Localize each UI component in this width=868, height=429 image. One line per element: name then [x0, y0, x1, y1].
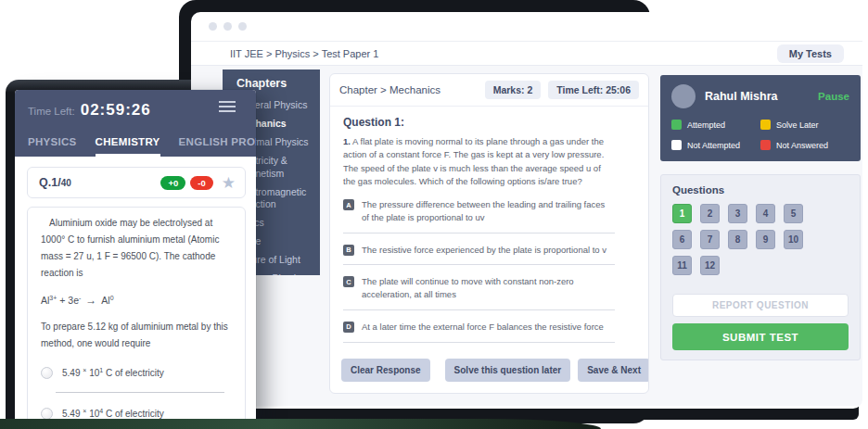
question-cell-12[interactable]: 12 — [700, 256, 720, 275]
questions-panel: Questions 1 2 3 4 5 6 7 8 9 10 11 12 REP… — [660, 174, 861, 360]
option-letter-badge: A — [343, 199, 354, 210]
bookmark-star-icon[interactable]: ★ — [222, 175, 236, 191]
marking-badges: +0 -0 — [160, 176, 212, 190]
status-legend: Attempted Solve Later Not Attempted Not … — [671, 120, 849, 150]
question-cell-9[interactable]: 9 — [756, 230, 775, 249]
submit-test-button[interactable]: SUBMIT TEST — [672, 323, 849, 350]
question-cell-11[interactable]: 11 — [672, 256, 692, 275]
divider — [343, 233, 615, 233]
mobile-option-1[interactable]: 5.49 × 101 C of electricity — [41, 367, 234, 379]
legend-label: Not Answered — [776, 141, 828, 150]
answer-option-b: B The resistive force experienced by the… — [343, 244, 615, 266]
legend-not-attempted: Not Attempted — [671, 140, 760, 150]
save-next-button[interactable]: Save & Next — [578, 359, 649, 382]
mobile-header: Time Left: 02:59:26 PHYSICS CHEMISTRY EN… — [15, 90, 256, 157]
browser-content: Chapters General Physics Mechanics Therm… — [191, 66, 862, 406]
chapter-breadcrumb: Chapter > Mechanics — [339, 84, 478, 95]
breadcrumb-bar: IIT JEE > Physics > Test Paper 1 My Test… — [191, 42, 862, 66]
option-letter-badge: C — [343, 276, 354, 287]
option-text: At a later time the external force F bal… — [362, 321, 604, 334]
user-name: Rahul Mishra — [705, 90, 778, 103]
tab-english-proficiency[interactable]: ENGLISH PROFICIENCY — [179, 136, 256, 157]
question-footer: Clear Response Solve this question later… — [330, 349, 648, 393]
legend-label: Not Attempted — [687, 141, 740, 150]
legend-swatch-white — [671, 140, 682, 150]
divider — [343, 264, 615, 265]
avatar — [671, 84, 696, 108]
legend-not-answered: Not Answered — [760, 140, 849, 150]
legend-label: Solve Later — [776, 120, 819, 130]
clear-response-button[interactable]: Clear Response — [341, 359, 430, 382]
time-left-label: Time Left: — [28, 106, 75, 117]
mobile-question-text: Aluminium oxide may be electrolysed at 1… — [41, 215, 234, 282]
option-letter-badge: B — [343, 245, 354, 256]
answer-option-a: A The pressure difference between the le… — [343, 198, 615, 233]
tab-chemistry[interactable]: CHEMISTRY — [96, 136, 160, 157]
question-card: Chapter > Mechanics Marks: 2 Time Left: … — [329, 73, 649, 394]
subject-tabs: PHYSICS CHEMISTRY ENGLISH PROFICIENCY — [15, 136, 256, 157]
option-letter-badge: D — [343, 322, 354, 333]
negative-marks-badge: -0 — [190, 176, 212, 190]
pause-button[interactable]: Pause — [818, 91, 849, 102]
solve-later-button[interactable]: Solve this question later — [445, 359, 571, 382]
option-text: The pressure difference between the lead… — [362, 198, 610, 224]
my-tests-button[interactable]: My Tests — [777, 44, 844, 63]
browser-window: IIT JEE > Physics > Test Paper 1 My Test… — [191, 12, 862, 409]
divider — [343, 342, 615, 343]
window-control-dot[interactable] — [209, 22, 217, 31]
legend-swatch-green — [671, 120, 682, 130]
legend-swatch-red — [760, 140, 771, 150]
question-text-body: A flat plate is moving normal to its pla… — [343, 136, 604, 186]
divider — [343, 309, 615, 310]
question-cell-2[interactable]: 2 — [700, 204, 720, 223]
desk-edge-decoration — [0, 419, 601, 429]
cathode-reaction-formula: Al3+ + 3e-→Al0 — [41, 294, 234, 307]
question-text: 1. A flat plate is moving normal to its … — [343, 135, 614, 188]
mobile-option-label: 5.49 × 104 C of electricity — [62, 408, 164, 419]
divider — [56, 392, 224, 393]
answer-option-d: D At a later time the external force F b… — [343, 321, 615, 343]
user-card: Rahul Mishra Pause Attempted Solve Later… — [660, 75, 861, 161]
report-question-button[interactable]: REPORT QUESTION — [672, 294, 849, 317]
question-cell-10[interactable]: 10 — [784, 230, 803, 249]
right-panel: Rahul Mishra Pause Attempted Solve Later… — [660, 75, 861, 360]
arrow-icon: → — [85, 294, 96, 307]
mobile-option-label: 5.49 × 101 C of electricity — [62, 367, 164, 378]
question-cell-1[interactable]: 1 — [672, 204, 692, 223]
question-cell-5[interactable]: 5 — [784, 204, 803, 223]
mobile-question-prompt: To prepare 5.12 kg of aluminium metal by… — [41, 319, 234, 352]
answer-option-b-row[interactable]: B The resistive force experienced by the… — [343, 244, 615, 257]
questions-title: Questions — [672, 184, 849, 196]
legend-attempted: Attempted — [671, 120, 760, 130]
answer-option-a-row[interactable]: A The pressure difference between the le… — [343, 198, 615, 224]
window-control-dot[interactable] — [223, 22, 232, 31]
question-cell-7[interactable]: 7 — [700, 230, 720, 249]
browser-chrome — [191, 12, 862, 42]
question-number: 1. — [343, 136, 351, 146]
mobile-question-header-card: Q.1/40 +0 -0 ★ — [27, 167, 246, 198]
sidebar-title: Chapters — [236, 77, 316, 90]
answer-option-d-row[interactable]: D At a later time the external force F b… — [343, 321, 615, 334]
timer-value: 02:59:26 — [81, 101, 151, 120]
positive-marks-badge: +0 — [160, 176, 185, 190]
menu-icon[interactable] — [219, 101, 236, 115]
question-counter: Q.1/40 — [39, 176, 71, 189]
mobile-body: Q.1/40 +0 -0 ★ Aluminium oxide may be el… — [15, 157, 256, 429]
answer-option-c-row[interactable]: C The plate will continue to move with c… — [343, 275, 615, 301]
mobile-question-card: Aluminium oxide may be electrolysed at 1… — [27, 207, 246, 429]
legend-solve-later: Solve Later — [760, 120, 849, 130]
question-cell-8[interactable]: 8 — [728, 230, 747, 249]
question-cell-3[interactable]: 3 — [728, 204, 747, 223]
radio-icon[interactable] — [41, 367, 53, 379]
window-control-dot[interactable] — [238, 22, 247, 31]
time-left-badge: Time Left: 25:06 — [548, 81, 639, 99]
question-body: Question 1: 1. A flat plate is moving no… — [330, 107, 648, 349]
legend-swatch-yellow — [760, 120, 771, 130]
question-cell-4[interactable]: 4 — [756, 204, 775, 223]
mobile-test-screen: Time Left: 02:59:26 PHYSICS CHEMISTRY EN… — [15, 90, 256, 429]
question-cell-6[interactable]: 6 — [672, 230, 692, 249]
tab-physics[interactable]: PHYSICS — [28, 136, 77, 157]
breadcrumb[interactable]: IIT JEE > Physics > Test Paper 1 — [230, 48, 378, 59]
marks-badge: Marks: 2 — [485, 81, 542, 99]
answer-option-c: C The plate will continue to move with c… — [343, 275, 615, 310]
